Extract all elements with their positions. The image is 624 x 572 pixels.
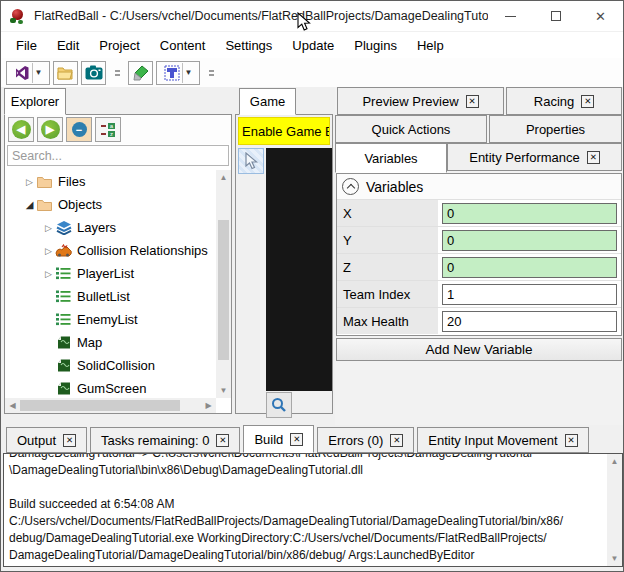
tab-explorer[interactable]: Explorer (4, 88, 66, 115)
minimize-button[interactable] (488, 1, 533, 31)
scroll-down-icon[interactable]: ▼ (607, 551, 622, 566)
explorer-toolbar: ◀ ▶ − a z (5, 115, 231, 144)
close-tab-icon[interactable]: ✕ (216, 434, 229, 447)
tab-errors[interactable]: Errors (0) ✕ (317, 427, 414, 453)
scroll-up-icon[interactable]: ▲ (216, 170, 231, 185)
tab-properties[interactable]: Properties (489, 115, 622, 143)
expander-icon[interactable]: ▷ (23, 177, 36, 187)
tab-build[interactable]: Build ✕ (243, 425, 314, 453)
output-scrollbar[interactable]: ▲ ▼ (607, 454, 622, 566)
search-box (7, 145, 229, 166)
tree-item-solidcollision[interactable]: SolidCollision (5, 354, 216, 377)
game-viewport[interactable] (266, 148, 332, 391)
maximize-button[interactable] (533, 1, 578, 31)
close-tab-icon[interactable]: ✕ (390, 434, 403, 447)
variables-title: Variables (366, 179, 423, 195)
enable-game-embedding-button[interactable]: Enable Game Em (238, 117, 330, 145)
scroll-left-icon[interactable]: ◀ (5, 398, 20, 413)
scroll-down-icon[interactable]: ▼ (216, 383, 231, 398)
expander-icon[interactable]: ▷ (42, 269, 55, 279)
collapse-all-button[interactable]: a z (95, 117, 121, 142)
tab-game[interactable]: Game (239, 88, 296, 115)
expander-icon[interactable]: ▷ (42, 246, 55, 256)
close-tab-icon[interactable]: ✕ (466, 95, 479, 108)
open-folder-button[interactable] (53, 61, 78, 85)
expander-icon[interactable]: ▷ (42, 223, 55, 233)
tree-vertical-scrollbar[interactable]: ▲ ▼ (216, 170, 231, 398)
menu-plugins[interactable]: Plugins (344, 34, 407, 57)
tree-item-enemylist[interactable]: EnemyList (5, 308, 216, 331)
tree-item-layers[interactable]: ▷ Layers (5, 216, 216, 239)
scroll-up-icon[interactable]: ▲ (607, 454, 622, 469)
tree-item-objects[interactable]: ◢ Objects (5, 193, 216, 216)
output-line (9, 479, 622, 496)
variable-row-team-index: Team Index (337, 280, 621, 307)
tab-entity-input-movement[interactable]: Entity Input Movement ✕ (417, 427, 588, 453)
close-tab-icon[interactable]: ✕ (587, 151, 600, 164)
tiled-tool-button[interactable]: ▼ (156, 61, 200, 85)
variable-label: Y (337, 227, 440, 253)
tab-entity-performance[interactable]: Entity Performance ✕ (447, 143, 622, 171)
close-tab-icon[interactable]: ✕ (565, 434, 578, 447)
menu-content[interactable]: Content (150, 34, 216, 57)
menu-file[interactable]: File (6, 34, 47, 57)
toolbar-separator (112, 64, 122, 82)
close-tab-icon[interactable]: ✕ (63, 434, 76, 447)
team-index-input[interactable] (442, 284, 617, 305)
zoom-button[interactable] (266, 392, 292, 418)
tab-output[interactable]: Output ✕ (6, 427, 87, 453)
tree-item-collision-relationships[interactable]: ▷ Collision Relationships (5, 239, 216, 262)
tab-quick-actions[interactable]: Quick Actions (335, 115, 487, 143)
add-new-variable-button[interactable]: Add New Variable (336, 338, 622, 361)
menu-help[interactable]: Help (407, 34, 454, 57)
tab-game-label: Game (250, 94, 285, 109)
variable-row-y: Y (337, 226, 621, 253)
max-health-input[interactable] (442, 311, 617, 332)
vs-dropdown-icon[interactable]: ▼ (35, 68, 43, 77)
scrollbar-thumb[interactable] (218, 220, 229, 360)
tab-label: Racing (534, 94, 574, 109)
close-tab-icon[interactable]: ✕ (290, 433, 303, 446)
tree-item-files[interactable]: ▷ Files (5, 170, 216, 193)
scroll-right-icon[interactable]: ▶ (201, 398, 216, 413)
close-tab-icon[interactable]: ✕ (581, 95, 594, 108)
layers-icon (55, 220, 72, 235)
menu-settings[interactable]: Settings (215, 34, 282, 57)
menu-edit[interactable]: Edit (47, 34, 89, 57)
tab-preview-preview[interactable]: Preview Preview ✕ (337, 87, 504, 115)
chevron-up-icon (346, 184, 354, 192)
search-input[interactable] (12, 149, 228, 163)
tiled-dropdown-icon[interactable]: ▼ (185, 68, 193, 77)
tree-item-map[interactable]: Map (5, 331, 216, 354)
tree-item-bulletlist[interactable]: BulletList (5, 285, 216, 308)
screenshot-button[interactable] (81, 61, 106, 85)
variable-row-z: Z (337, 253, 621, 280)
tab-label: Properties (526, 122, 585, 137)
collapse-button[interactable]: − (66, 117, 92, 142)
tab-label: Errors (0) (328, 433, 383, 448)
tree-item-playerlist[interactable]: ▷ PlayerList (5, 262, 216, 285)
tree-item-gumscreen[interactable]: GumScreen (5, 377, 216, 398)
navigate-back-button[interactable]: ◀ (8, 117, 34, 142)
expander-icon[interactable]: ◢ (23, 199, 36, 210)
cursor-tool-button[interactable] (238, 148, 264, 174)
tree-item-label: PlayerList (77, 266, 134, 281)
tab-racing[interactable]: Racing ✕ (506, 87, 622, 115)
collapse-section-button[interactable] (342, 178, 359, 195)
tree-horizontal-scrollbar[interactable]: ◀ ▶ (5, 398, 216, 413)
variable-z-input[interactable] (442, 257, 617, 278)
menu-project[interactable]: Project (89, 34, 149, 57)
open-in-visual-studio-button[interactable]: ▼ (6, 61, 50, 85)
scrollbar-thumb[interactable] (20, 400, 180, 411)
tree-item-label: Files (58, 174, 85, 189)
close-button[interactable]: ✕ (578, 1, 623, 31)
build-output-console[interactable]: DamageDealingTutorial -> C:\Users\vchel\… (3, 453, 623, 567)
eraser-tool-button[interactable] (128, 61, 153, 85)
menu-update[interactable]: Update (282, 34, 344, 57)
variable-x-input[interactable] (442, 203, 617, 224)
navigate-forward-button[interactable]: ▶ (37, 117, 63, 142)
tab-tasks-remaining[interactable]: Tasks remaining: 0 ✕ (90, 427, 240, 453)
tab-variables[interactable]: Variables (335, 143, 447, 173)
variable-label: Team Index (337, 281, 440, 307)
variable-y-input[interactable] (442, 230, 617, 251)
